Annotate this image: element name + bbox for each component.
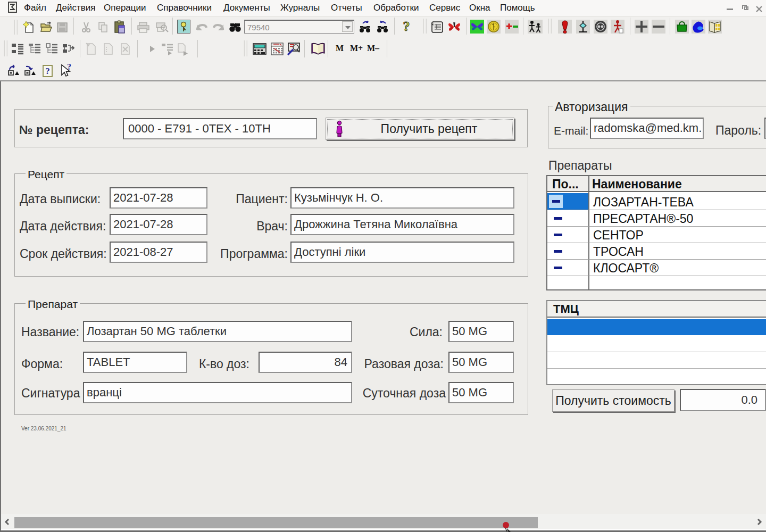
svg-text:?: ? xyxy=(403,19,410,34)
svg-text:?: ? xyxy=(67,63,71,71)
svg-text:?: ? xyxy=(45,66,50,76)
